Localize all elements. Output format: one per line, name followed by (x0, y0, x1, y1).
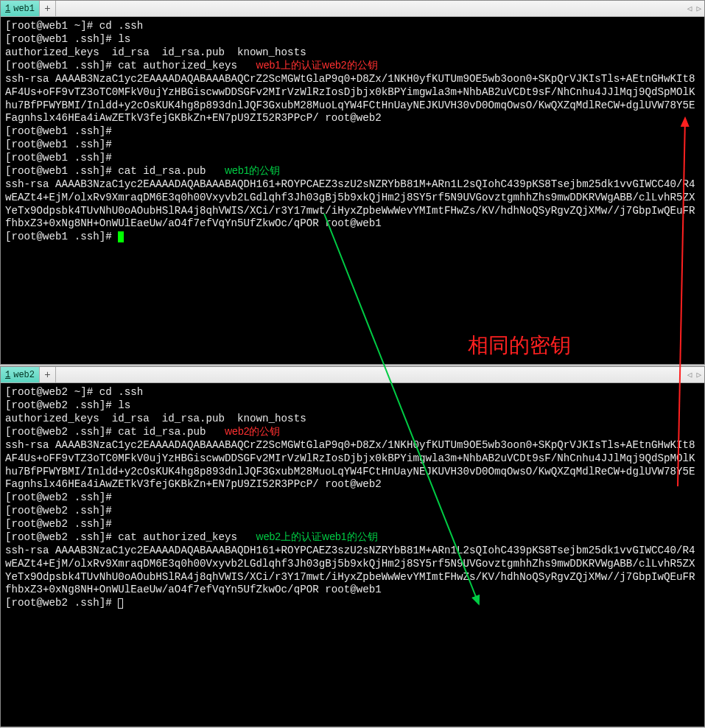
plus-icon: + (44, 3, 50, 15)
term-line: [root@web1 .ssh]# cat authorized_keys (5, 60, 237, 71)
term-line: [root@web2 ~]# cd .ssh (5, 386, 143, 398)
term-line: [root@web2 .ssh]# (5, 505, 118, 517)
term-line: [root@web2 .ssh]# ls (5, 399, 130, 411)
term-line: [root@web2 .ssh]# (5, 518, 118, 530)
scroll-left-icon[interactable]: ◁ (686, 370, 694, 379)
term-line: ssh-rsa AAAAB3NzaC1yc2EAAAADAQABAAABAQDH… (5, 178, 695, 229)
term-line: [root@web2 .ssh]# cat id_rsa.pub (5, 426, 206, 438)
term-line: ssh-rsa AAAAB3NzaC1yc2EAAAADAQABAAABAQCr… (5, 439, 695, 490)
scroll-right-icon[interactable]: ▷ (695, 370, 703, 379)
annotation-pubkey-web1: web1的公钥 (225, 164, 280, 176)
plus-icon: + (44, 369, 50, 381)
tabbar-bottom: 1 web2 + ◁ ▷ (1, 367, 704, 383)
term-line: ssh-rsa AAAAB3NzaC1yc2EAAAADAQABAAABAQCr… (5, 73, 695, 124)
term-line: [root@web1 .ssh]# ls (5, 33, 130, 45)
term-line: [root@web1 .ssh]# (5, 231, 118, 242)
term-line: authorized_keys id_rsa id_rsa.pub known_… (5, 413, 306, 424)
tab-label: web1 (13, 4, 35, 14)
terminal-pane-web1: 1 web1 + ◁ ▷ [root@web1 ~]# cd .ssh [roo… (0, 0, 705, 365)
term-line: [root@web1 .ssh]# (5, 139, 118, 150)
tabbar-top: 1 web1 + ◁ ▷ (1, 1, 704, 17)
terminal-output-web2[interactable]: [root@web2 ~]# cd .ssh [root@web2 .ssh]#… (1, 383, 704, 727)
new-tab-button[interactable]: + (40, 1, 56, 16)
terminal-pane-web2: 1 web2 + ◁ ▷ [root@web2 ~]# cd .ssh [roo… (0, 366, 705, 727)
term-line: [root@web2 .ssh]# (5, 491, 118, 503)
term-line: ssh-rsa AAAAB3NzaC1yc2EAAAADAQABAAABAQDH… (5, 545, 695, 595)
term-line: [root@web1 .ssh]# (5, 152, 118, 164)
tab-index: 1 (5, 4, 10, 14)
scroll-right-icon[interactable]: ▷ (695, 4, 703, 13)
annotation-pubkey-web2: web2的公钥 (225, 425, 280, 437)
cursor-icon (118, 231, 124, 242)
term-line: [root@web2 .ssh]# (5, 597, 118, 609)
term-line: [root@web1 .ssh]# cat id_rsa.pub (5, 165, 206, 177)
term-line: authorized_keys id_rsa id_rsa.pub known_… (5, 46, 306, 58)
scroll-left-icon[interactable]: ◁ (686, 4, 694, 13)
new-tab-button[interactable]: + (40, 367, 56, 382)
annotation-auth-keys-web2: web2上的认证web1的公钥 (256, 531, 378, 542)
tab-web1[interactable]: 1 web1 (1, 1, 40, 16)
tab-scroll-nav: ◁ ▷ (686, 1, 703, 16)
tab-label: web2 (13, 370, 35, 380)
tab-web2[interactable]: 1 web2 (1, 367, 40, 382)
term-line: [root@web1 .ssh]# (5, 125, 118, 137)
tab-scroll-nav: ◁ ▷ (686, 367, 703, 382)
cursor-icon (118, 598, 123, 609)
tab-index: 1 (5, 370, 10, 380)
terminal-output-web1[interactable]: [root@web1 ~]# cd .ssh [root@web1 .ssh]#… (1, 17, 704, 364)
annotation-auth-keys-web1: web1上的认证web2的公钥 (256, 59, 378, 71)
term-line: [root@web2 .ssh]# cat authorized_keys (5, 531, 237, 543)
term-line: [root@web1 ~]# cd .ssh (5, 20, 143, 32)
